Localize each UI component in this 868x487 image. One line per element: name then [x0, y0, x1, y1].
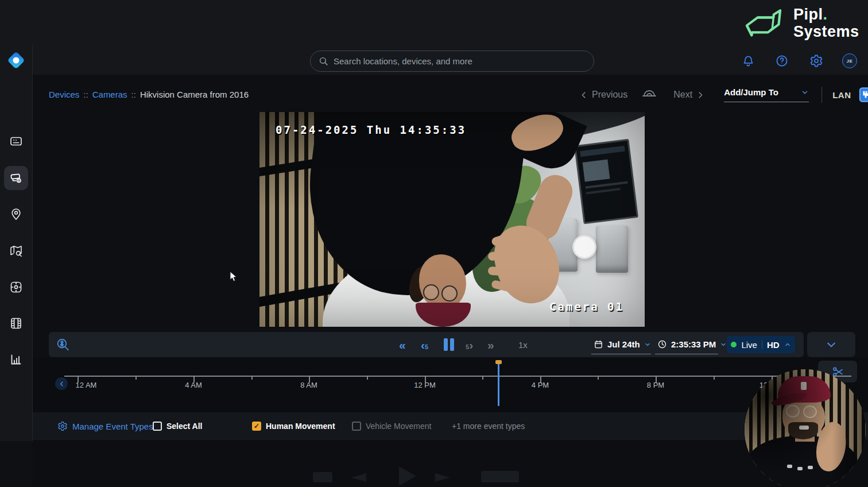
date-label: Jul 24th [607, 339, 640, 349]
sidebar-item-map-search[interactable] [9, 244, 23, 258]
timeline-playhead-handle[interactable] [495, 360, 502, 364]
sidebar-item-cameras[interactable] [9, 171, 23, 185]
breadcrumb: Devices :: Cameras :: Hikvision Camera f… [49, 90, 249, 99]
live-label: Live [741, 340, 757, 350]
ghost-playback-watermark [313, 472, 332, 482]
event-type-human-movement[interactable]: ✓ Human Movement [252, 422, 335, 431]
video-timestamp-overlay: 07-24-2025 Thu 14:35:33 [276, 123, 466, 136]
toolbar-divider [822, 87, 822, 103]
previous-label: Previous [592, 90, 627, 100]
settings-button[interactable] [808, 53, 824, 69]
skip-back-icon: ‹ [421, 339, 425, 351]
previous-camera-button[interactable]: Previous [580, 90, 627, 100]
help-button[interactable] [774, 53, 790, 69]
bell-icon [742, 55, 755, 68]
calendar-icon [594, 339, 603, 349]
manage-event-types-label: Manage Event Types [72, 422, 153, 431]
more-event-types-label[interactable]: +1 more event types [452, 422, 525, 431]
presenter-webcam-overlay [745, 369, 866, 487]
app-window: Pipl.Systems [0, 0, 868, 487]
manage-gear-icon [57, 421, 68, 431]
map-search-icon [9, 244, 23, 258]
dome-camera-icon [641, 87, 657, 102]
video-camera-name-overlay: Camera 01 [549, 300, 624, 313]
time-picker[interactable]: 2:35:33 PM [655, 335, 718, 354]
gear-icon [809, 54, 823, 68]
brand-name: Pipl.Systems [793, 6, 859, 40]
webcam-shading [745, 369, 866, 487]
live-hd-toggle[interactable]: Live HD [727, 336, 795, 353]
sidebar-item-locations[interactable] [9, 207, 23, 221]
skip-forward-5-button[interactable]: 5› [466, 332, 473, 357]
time-label: 2:35:33 PM [671, 339, 716, 349]
apps-grid-icon [9, 280, 23, 294]
brand-leaf-icon [744, 5, 789, 41]
timeline-scroll-left-button[interactable] [55, 377, 68, 390]
collapse-panel-button[interactable] [807, 332, 855, 357]
date-picker[interactable]: Jul 24th [591, 335, 651, 354]
quality-label: HD [767, 340, 780, 350]
mouse-cursor [230, 271, 239, 283]
camera-icon [9, 171, 23, 185]
top-header: Pipl.Systems [0, 0, 868, 75]
chevron-up-icon [784, 341, 791, 348]
rewind-button[interactable]: « [399, 332, 406, 357]
breadcrumb-separator: :: [83, 90, 88, 99]
breadcrumb-current-page: Hikvision Camera from 2016 [140, 90, 249, 99]
lan-status-label: LAN [832, 90, 851, 100]
user-avatar[interactable]: JE [842, 53, 857, 68]
help-icon [775, 54, 789, 68]
sidebar-item-dashboard[interactable] [9, 134, 23, 148]
ghost-playback-watermark [481, 471, 519, 482]
pause-button[interactable] [444, 332, 454, 357]
chevron-down-icon [801, 88, 809, 96]
add-jump-to-dropdown[interactable]: Add/Jump To [724, 87, 809, 102]
search-icon [319, 56, 328, 66]
timeline-playhead[interactable] [498, 362, 499, 406]
global-search[interactable] [310, 51, 594, 72]
event-type-vehicle-movement[interactable]: Vehicle Movement [352, 422, 431, 431]
checkbox-icon [352, 422, 361, 431]
event-search-button[interactable] [56, 332, 70, 357]
search-input[interactable] [334, 56, 586, 66]
breadcrumb-link-cameras[interactable]: Cameras [92, 90, 127, 99]
breadcrumb-link-devices[interactable]: Devices [49, 90, 79, 99]
sidebar-item-analytics[interactable] [9, 353, 23, 366]
video-vignette [259, 112, 645, 327]
rewind-icon: « [399, 339, 406, 351]
sidebar-nav [0, 45, 33, 441]
checkbox-checked-icon: ✓ [252, 422, 261, 431]
chevron-down-icon [720, 341, 727, 348]
live-status-dot [731, 342, 737, 347]
add-jump-label: Add/Jump To [724, 87, 778, 97]
checkbox-icon [153, 422, 162, 431]
camera-nav-toolbar: Previous Next Add/Jump To LAN [580, 85, 868, 105]
camera-video-feed[interactable]: 07-24-2025 Thu 14:35:33 Camera 01 [259, 112, 645, 327]
ethernet-icon [859, 87, 868, 103]
playback-speed-button[interactable]: 1x [518, 332, 528, 357]
skip-forward-icon: › [469, 339, 473, 351]
next-camera-button[interactable]: Next [673, 90, 704, 100]
film-strip-icon [9, 316, 23, 330]
manage-event-types-button[interactable]: Manage Event Types [57, 421, 153, 431]
clock-icon [657, 339, 667, 349]
next-label: Next [673, 90, 692, 100]
select-all-checkbox[interactable]: Select All [153, 422, 203, 431]
bar-chart-icon [9, 353, 23, 366]
chevron-down-icon [644, 341, 651, 348]
sidebar-item-recordings[interactable] [9, 316, 23, 330]
timeline-background [33, 357, 868, 412]
event-type-bar: Manage Event Types Select All ✓ Human Mo… [49, 412, 819, 440]
bottom-strip-background [33, 440, 868, 487]
dashboard-icon [9, 134, 23, 148]
skip-back-5-button[interactable]: ‹5 [421, 332, 428, 357]
brand-logo: Pipl.Systems [744, 5, 859, 41]
fast-forward-icon: » [487, 339, 494, 351]
notifications-button[interactable] [740, 53, 756, 69]
playback-control-bar: « ‹5 5› » 1x Jul 24th [49, 332, 804, 357]
breadcrumb-separator: :: [131, 90, 136, 99]
fast-forward-button[interactable]: » [487, 332, 494, 357]
app-logo-diamond[interactable] [5, 49, 27, 71]
sidebar-item-views[interactable] [9, 280, 23, 294]
chevron-down-icon [826, 339, 837, 350]
